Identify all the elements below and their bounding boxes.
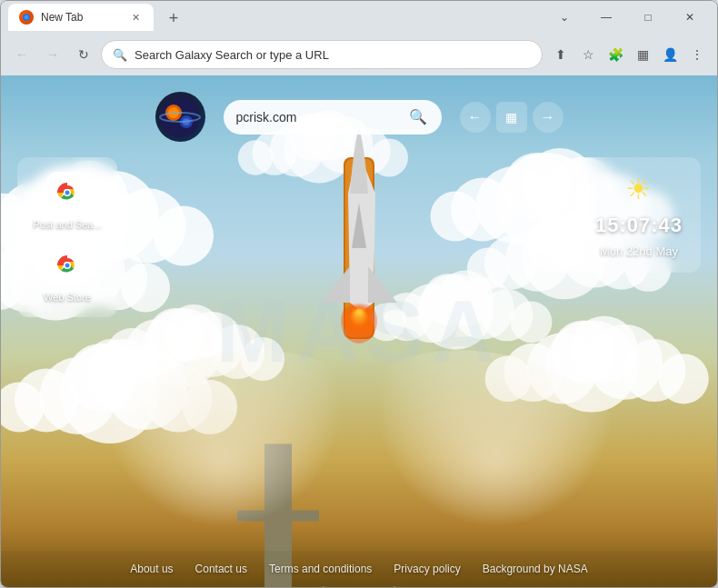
address-actions: ⬆ ☆ 🧩 ▦ 👤 ⋮ <box>548 42 710 67</box>
clock-widget: ☀ 15:07:43 Mon 22nd May <box>577 157 701 273</box>
tab-close-button[interactable]: ✕ <box>128 10 143 25</box>
menu-button[interactable]: ⋮ <box>684 42 710 67</box>
planet-icon <box>157 95 203 140</box>
extensions-button[interactable]: 🧩 <box>603 42 628 67</box>
svg-point-9 <box>65 191 70 195</box>
tab-layout-button[interactable]: ▦ <box>630 42 655 67</box>
clock-time: 15:07:43 <box>595 214 683 237</box>
chrome-icon-1 <box>46 172 88 214</box>
new-tab-button[interactable]: + <box>161 5 186 31</box>
window-controls: ⌄ — □ ✕ <box>544 4 710 31</box>
chrome-logo-1 <box>51 176 84 209</box>
chrome-logo-2 <box>51 249 84 282</box>
share-button[interactable]: ⬆ <box>548 42 573 67</box>
footer-terms[interactable]: Terms and conditions <box>269 563 372 575</box>
bookmark-button[interactable]: ☆ <box>575 42 601 67</box>
footer-background-credit: Background by NASA <box>483 563 588 575</box>
footer-privacy[interactable]: Privacy policy <box>394 563 460 575</box>
search-magnifier-icon: 🔍 <box>409 108 427 125</box>
clock-date: Mon 22nd May <box>600 244 678 258</box>
tab-title: New Tab <box>41 11 121 24</box>
shortcut-label-2: Web Store <box>44 292 91 303</box>
shortcut-label-1: Post and Sea... <box>33 219 101 230</box>
chrome-icon-2 <box>46 244 88 286</box>
newtab-search-bar[interactable]: 🔍 <box>224 100 442 135</box>
profile-button[interactable]: 👤 <box>657 42 683 67</box>
title-bar: New Tab ✕ + ⌄ — □ ✕ <box>1 1 717 34</box>
reload-button[interactable]: ↻ <box>70 41 97 68</box>
address-search-icon: 🔍 <box>113 48 127 62</box>
chevron-button[interactable]: ⌄ <box>544 4 584 31</box>
address-input[interactable] <box>135 48 531 62</box>
sun-icon: ☀ <box>625 172 652 206</box>
maximize-button[interactable]: □ <box>628 4 668 31</box>
title-bar-left: New Tab ✕ + <box>8 4 186 31</box>
address-bar: ← → ↻ 🔍 ⬆ ☆ 🧩 ▦ 👤 ⋮ <box>1 34 717 75</box>
tab-favicon <box>19 10 34 25</box>
nav-arrows: ← ▦ → <box>460 102 563 133</box>
chrome-window: New Tab ✕ + ⌄ — □ ✕ ← → ↻ 🔍 ⬆ ☆ 🧩 ▦ 👤 <box>0 0 718 588</box>
shortcut-web-store[interactable]: Web Store <box>28 244 106 303</box>
close-button[interactable]: ✕ <box>670 4 710 31</box>
main-content: MASA 🔍 ← ▦ → <box>1 75 717 587</box>
footer-contact[interactable]: Contact us <box>195 563 247 575</box>
minimize-button[interactable]: — <box>586 4 626 31</box>
gallery-button[interactable]: ▦ <box>496 102 527 133</box>
back-button[interactable]: ← <box>8 41 35 68</box>
shortcut-post-and-sea[interactable]: Post and Sea... <box>28 172 106 230</box>
footer: About us Contact us Terms and conditions… <box>1 551 717 587</box>
next-bg-button[interactable]: → <box>533 102 563 133</box>
prev-bg-button[interactable]: ← <box>460 102 491 133</box>
address-input-wrap[interactable]: 🔍 <box>101 40 543 69</box>
background-canvas <box>1 75 717 587</box>
newtab-search-input[interactable] <box>236 110 400 125</box>
footer-about[interactable]: About us <box>130 563 173 575</box>
svg-point-12 <box>65 264 70 268</box>
top-widget: 🔍 ← ▦ → <box>1 92 717 142</box>
active-tab[interactable]: New Tab ✕ <box>8 4 154 31</box>
forward-button[interactable]: → <box>39 41 66 68</box>
galaxy-logo[interactable] <box>155 92 205 142</box>
shortcuts-panel: Post and Sea... Web Store <box>17 157 117 317</box>
